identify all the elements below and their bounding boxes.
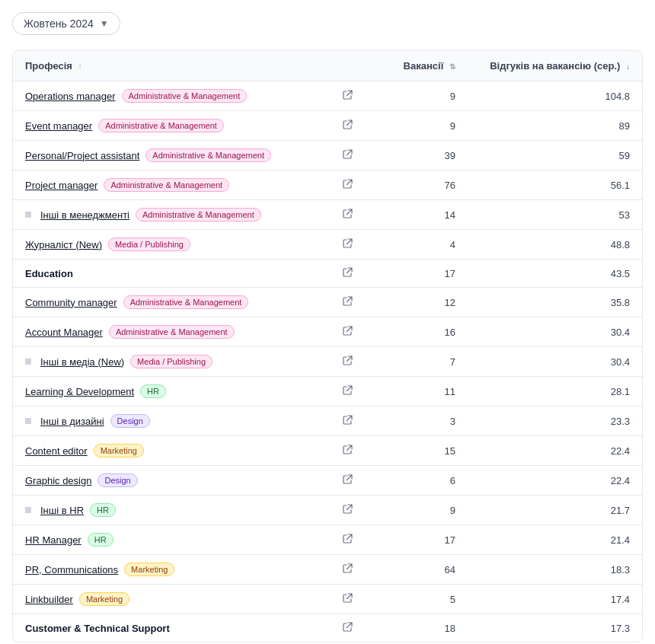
responses-value: 22.4 (468, 466, 642, 496)
external-link-cell (331, 260, 365, 288)
profession-tag[interactable]: Media / Publishing (130, 355, 212, 368)
responses-value: 35.8 (468, 288, 642, 317)
col-header-responses[interactable]: Відгуків на вакансію (сер.) ↓ (468, 51, 642, 81)
profession-tag[interactable]: Design (97, 473, 137, 487)
profession-tag[interactable]: Administrative & Management (104, 178, 229, 192)
profession-cell: Інші в менеджментіAdministrative & Manag… (13, 200, 331, 230)
profession-name[interactable]: Learning & Development (25, 386, 134, 397)
profession-name[interactable]: HR Manager (25, 534, 81, 546)
external-link-icon[interactable] (343, 445, 353, 454)
responses-value: 23.3 (468, 406, 642, 436)
table-row: Project managerAdministrative & Manageme… (13, 171, 642, 200)
external-link-cell (331, 230, 365, 260)
profession-cell: LinkbuilderMarketing (13, 585, 331, 614)
responses-value: 28.1 (468, 377, 642, 406)
external-link-icon[interactable] (343, 267, 353, 277)
responses-value: 43.5 (468, 260, 642, 288)
external-link-icon[interactable] (343, 238, 353, 248)
profession-name[interactable]: Account Manager (25, 327, 103, 338)
external-link-icon[interactable] (343, 326, 353, 336)
vacancies-value: 3 (365, 406, 468, 436)
profession-tag[interactable]: Administrative & Management (136, 208, 261, 222)
profession-cell: Operations managerAdministrative & Manag… (13, 81, 331, 111)
vacancies-value: 16 (365, 317, 468, 347)
profession-cell: Project managerAdministrative & Manageme… (13, 171, 331, 200)
table-row: Інші в дизайніDesign 323.3 (13, 406, 642, 436)
data-table-wrapper: Професія ↑ Вакансії ⇅ Відгуків на ваканс… (12, 50, 643, 642)
external-link-icon[interactable] (343, 593, 353, 603)
vacancies-value: 11 (365, 377, 468, 406)
profession-tag[interactable]: Marketing (124, 563, 174, 576)
profession-name[interactable]: Event manager (25, 120, 92, 132)
prefix-square-icon (25, 418, 31, 424)
external-link-icon[interactable] (343, 209, 353, 218)
profession-tag[interactable]: HR (90, 503, 116, 517)
table-row: Education 1743.5 (13, 260, 642, 288)
external-link-icon[interactable] (343, 622, 353, 632)
profession-tag[interactable]: HR (140, 384, 166, 398)
profession-name[interactable]: Інші в HR (40, 505, 84, 516)
profession-tag[interactable]: Administrative & Management (145, 148, 271, 162)
profession-tag[interactable]: Design (110, 414, 150, 428)
col-header-vacancies[interactable]: Вакансії ⇅ (365, 51, 468, 81)
prefix-square-icon (25, 212, 31, 218)
profession-name[interactable]: Community manager (25, 297, 117, 308)
profession-name[interactable]: Інші в медіа (New) (40, 356, 124, 368)
external-link-icon[interactable] (343, 504, 353, 514)
responses-value: 56.1 (468, 171, 642, 200)
profession-tag[interactable]: Marketing (79, 592, 129, 606)
profession-name[interactable]: Інші в менеджменті (40, 209, 129, 221)
vacancies-value: 7 (365, 347, 468, 377)
profession-name[interactable]: Operations manager (25, 91, 116, 102)
external-link-icon[interactable] (343, 120, 353, 129)
table-row: Content editorMarketing 1522.4 (13, 436, 642, 466)
external-link-icon[interactable] (343, 90, 353, 100)
profession-tag[interactable]: Media / Publishing (108, 238, 190, 251)
external-link-icon[interactable] (343, 385, 353, 395)
profession-tag[interactable]: Administrative & Management (123, 295, 249, 309)
external-link-icon[interactable] (343, 474, 353, 484)
prefix-square-icon (25, 359, 31, 365)
profession-name[interactable]: Personal/Project assistant (25, 150, 139, 161)
sort-responses-icon: ↓ (626, 62, 630, 71)
responses-value: 89 (468, 111, 642, 141)
date-picker-button[interactable]: Жовтень 2024 ▼ (12, 12, 120, 35)
col-header-profession[interactable]: Професія ↑ (13, 51, 331, 81)
external-link-icon[interactable] (343, 149, 353, 159)
responses-value: 22.4 (468, 436, 642, 466)
profession-cell: Content editorMarketing (13, 436, 331, 466)
profession-name: Customer & Technical Support (25, 623, 170, 634)
profession-tag[interactable]: Administrative & Management (98, 119, 224, 132)
table-row: Інші в HRHR 921.7 (13, 496, 642, 525)
profession-name[interactable]: Project manager (25, 180, 97, 191)
responses-value: 53 (468, 200, 642, 230)
responses-value: 17.3 (468, 614, 642, 642)
external-link-icon[interactable] (343, 296, 353, 306)
table-row: Account ManagerAdministrative & Manageme… (13, 317, 642, 347)
prefix-square-icon (25, 507, 31, 513)
profession-name[interactable]: Журналіст (New) (25, 239, 102, 250)
external-link-icon[interactable] (343, 355, 353, 365)
profession-name[interactable]: Linkbuilder (25, 594, 73, 605)
vacancies-value: 4 (365, 230, 468, 260)
profession-tag[interactable]: HR (88, 533, 113, 547)
profession-cell: Інші в HRHR (13, 496, 331, 525)
profession-name[interactable]: Graphic design (25, 475, 91, 486)
vacancies-value: 14 (365, 200, 468, 230)
profession-cell: PR, CommunicationsMarketing (13, 555, 331, 585)
external-link-cell (331, 81, 365, 111)
external-link-icon[interactable] (343, 415, 353, 425)
profession-tag[interactable]: Marketing (94, 444, 144, 457)
external-link-icon[interactable] (343, 534, 353, 544)
profession-tag[interactable]: Administrative & Management (109, 325, 235, 339)
responses-value: 30.4 (468, 317, 642, 347)
external-link-icon[interactable] (343, 563, 353, 573)
external-link-icon[interactable] (343, 179, 353, 189)
vacancies-value: 9 (365, 81, 468, 111)
profession-name[interactable]: Content editor (25, 445, 88, 457)
external-link-cell (331, 496, 365, 525)
vacancies-value: 9 (365, 496, 468, 525)
profession-name[interactable]: PR, Communications (25, 564, 118, 575)
profession-tag[interactable]: Administrative & Management (122, 89, 248, 103)
profession-name[interactable]: Інші в дизайні (40, 416, 104, 427)
